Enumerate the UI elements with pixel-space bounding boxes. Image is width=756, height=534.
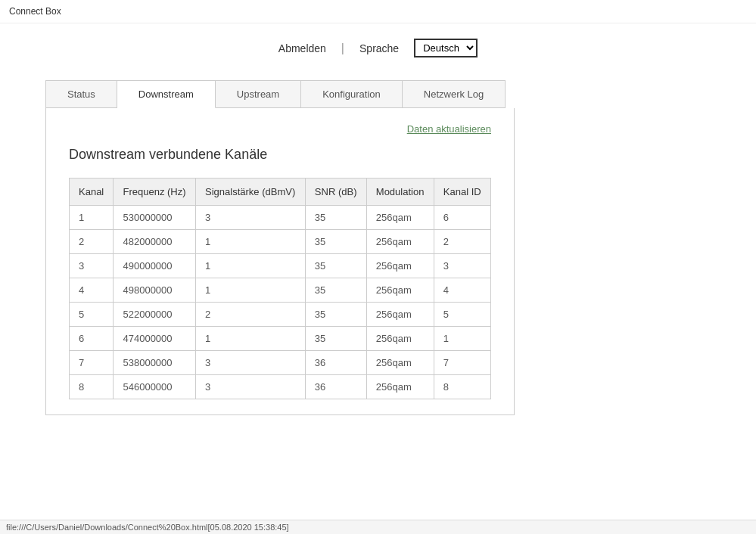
table-cell: 522000000 — [114, 303, 196, 327]
table-cell: 3 — [196, 351, 306, 375]
table-row: 4498000000135256qam4 — [70, 278, 491, 303]
table-cell: 546000000 — [114, 375, 196, 399]
table-cell: 482000000 — [114, 230, 196, 254]
table-cell: 256qam — [366, 351, 434, 375]
table-cell: 3 — [434, 254, 490, 278]
table-row: 6474000000135256qam1 — [70, 327, 491, 351]
col-header-signalstaerke: Signalstärke (dBmV) — [196, 179, 306, 206]
abmelden-button[interactable]: Abmelden — [278, 42, 326, 54]
tab-status[interactable]: Status — [46, 81, 117, 107]
table-cell: 256qam — [366, 230, 434, 254]
table-cell: 538000000 — [114, 351, 196, 375]
header-divider: | — [341, 42, 344, 55]
table-cell: 1 — [196, 327, 306, 351]
table-cell: 4 — [434, 278, 490, 303]
table-cell: 8 — [434, 375, 490, 399]
table-cell: 35 — [305, 230, 366, 254]
table-cell: 5 — [70, 303, 114, 327]
tab-downstream[interactable]: Downstream — [117, 81, 216, 108]
col-header-frequenz: Frequenz (Hz) — [114, 179, 196, 206]
sprache-label: Sprache — [359, 42, 399, 54]
app-title: Connect Box — [9, 6, 61, 17]
table-cell: 7 — [70, 351, 114, 375]
table-cell: 256qam — [366, 254, 434, 278]
table-cell: 256qam — [366, 327, 434, 351]
section-title: Downstream verbundene Kanäle — [69, 147, 491, 163]
table-cell: 1 — [196, 254, 306, 278]
tab-netzwerk-log[interactable]: Netzwerk Log — [403, 81, 505, 107]
tab-upstream[interactable]: Upstream — [216, 81, 301, 107]
status-text: file:///C/Users/Daniel/Downloads/Connect… — [6, 523, 289, 532]
table-cell: 36 — [305, 375, 366, 399]
tab-konfiguration[interactable]: Konfiguration — [301, 81, 403, 107]
table-row: 7538000000336256qam7 — [70, 351, 491, 375]
table-row: 5522000000235256qam5 — [70, 303, 491, 327]
col-header-snr: SNR (dB) — [305, 179, 366, 206]
col-header-kanal-id: Kanal ID — [434, 179, 490, 206]
table-cell: 490000000 — [114, 254, 196, 278]
tabs-nav: Status Downstream Upstream Konfiguration… — [45, 80, 506, 108]
table-cell: 8 — [70, 375, 114, 399]
table-cell: 1 — [70, 206, 114, 230]
table-cell: 2 — [70, 230, 114, 254]
table-cell: 256qam — [366, 303, 434, 327]
table-cell: 6 — [434, 206, 490, 230]
table-row: 3490000000135256qam3 — [70, 254, 491, 278]
table-cell: 2 — [196, 303, 306, 327]
table-cell: 474000000 — [114, 327, 196, 351]
table-cell: 530000000 — [114, 206, 196, 230]
status-bar: file:///C/Users/Daniel/Downloads/Connect… — [0, 520, 756, 534]
table-cell: 7 — [434, 351, 490, 375]
table-cell: 1 — [196, 278, 306, 303]
table-cell: 35 — [305, 327, 366, 351]
table-cell: 1 — [196, 230, 306, 254]
table-cell: 256qam — [366, 278, 434, 303]
table-cell: 35 — [305, 278, 366, 303]
table-cell: 1 — [434, 327, 490, 351]
header-section: Abmelden | Sprache Deutsch — [0, 23, 756, 65]
table-cell: 35 — [305, 206, 366, 230]
main-content: Status Downstream Upstream Konfiguration… — [0, 65, 756, 430]
table-cell: 35 — [305, 254, 366, 278]
top-bar: Connect Box — [0, 0, 756, 23]
table-row: 2482000000135256qam2 — [70, 230, 491, 254]
table-cell: 5 — [434, 303, 490, 327]
table-cell: 3 — [70, 254, 114, 278]
col-header-modulation: Modulation — [366, 179, 434, 206]
tabs-wrapper: Status Downstream Upstream Konfiguration… — [45, 80, 515, 415]
tab-content-downstream: Daten aktualisieren Downstream verbunden… — [45, 108, 515, 415]
table-cell: 4 — [70, 278, 114, 303]
table-cell: 35 — [305, 303, 366, 327]
downstream-table: Kanal Frequenz (Hz) Signalstärke (dBmV) … — [69, 178, 491, 399]
table-row: 1530000000335256qam6 — [70, 206, 491, 230]
table-cell: 3 — [196, 375, 306, 399]
table-cell: 256qam — [366, 206, 434, 230]
table-cell: 6 — [70, 327, 114, 351]
sprache-select[interactable]: Deutsch — [414, 39, 478, 57]
table-header-row: Kanal Frequenz (Hz) Signalstärke (dBmV) … — [70, 179, 491, 206]
table-cell: 498000000 — [114, 278, 196, 303]
table-cell: 256qam — [366, 375, 434, 399]
refresh-link[interactable]: Daten aktualisieren — [69, 123, 491, 135]
table-row: 8546000000336256qam8 — [70, 375, 491, 399]
table-cell: 36 — [305, 351, 366, 375]
table-cell: 2 — [434, 230, 490, 254]
table-cell: 3 — [196, 206, 306, 230]
col-header-kanal: Kanal — [70, 179, 114, 206]
